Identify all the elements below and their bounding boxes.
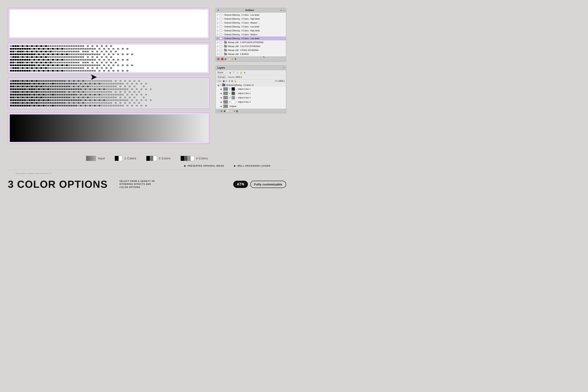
layer-eye-1[interactable] <box>220 92 222 94</box>
svg-rect-767 <box>87 67 89 69</box>
group-expand-arrow[interactable]: ▾ <box>220 84 222 86</box>
action-check-9: ✓ <box>217 49 219 51</box>
action-item-7[interactable]: ✓›Bitmap LAB · 2 DIFFUSION DITHERING <box>216 40 286 44</box>
adjustment-btn[interactable]: ◑ <box>224 110 226 112</box>
action-item-6[interactable]: ✓›Ordered Dithering · 4 Colors · Low det… <box>216 36 286 40</box>
svg-rect-631 <box>68 59 70 60</box>
svg-rect-455 <box>47 48 49 50</box>
svg-rect-555 <box>87 54 89 55</box>
svg-rect-1044 <box>45 91 47 93</box>
shape-filter-btn[interactable]: ◻ <box>236 71 239 74</box>
lock-image-btn[interactable]: ✏ <box>226 80 227 82</box>
svg-rect-1308 <box>52 105 54 106</box>
action-square-0 <box>220 14 222 16</box>
actions-collapse-btn[interactable]: ≪ <box>280 9 282 11</box>
group-eye-icon[interactable] <box>217 84 220 86</box>
fill-value[interactable]: 100% <box>278 80 284 82</box>
action-item-4[interactable]: ✓›Ordered Dithering · 4 Colors · High de… <box>216 28 286 32</box>
original-layer[interactable]: Original <box>216 104 286 108</box>
svg-rect-655 <box>22 62 24 63</box>
action-item-0[interactable]: ✓›Ordered Dithering · 2 Colors · Low det… <box>216 13 286 17</box>
lock-position-btn[interactable]: ✛ <box>228 80 230 82</box>
svg-rect-677 <box>73 62 75 63</box>
layer-group-header[interactable]: ▾ Ordered Dithering - 4 Colors ×4 <box>216 83 286 87</box>
svg-rect-1163 <box>80 97 82 98</box>
link-layers-btn[interactable]: 🔗 <box>217 110 220 112</box>
adjustment-filter-btn[interactable]: ◑ <box>228 71 232 74</box>
opacity-value[interactable]: 100% <box>236 76 240 78</box>
svg-rect-419 <box>52 45 54 47</box>
action-item-2[interactable]: ✓›Ordered Dithering · 3 Colors · Medium … <box>216 21 286 25</box>
svg-rect-1070 <box>106 91 108 93</box>
mask-btn[interactable]: ⬜ <box>226 110 229 112</box>
svg-rect-414 <box>40 45 42 47</box>
svg-rect-428 <box>73 45 75 47</box>
actions-title: Actions <box>246 9 254 12</box>
layers-kind-select[interactable]: Kind ▾ <box>217 71 224 74</box>
group-btn[interactable]: 📁 <box>230 110 233 112</box>
layer-item-0[interactable]: 🔗← Adjust Color 1 <box>216 87 286 91</box>
color-filter-btn[interactable]: ● <box>243 71 246 74</box>
svg-rect-668 <box>52 62 54 63</box>
svg-rect-1288 <box>134 102 136 104</box>
actions-close-btn[interactable]: ✕ <box>217 9 219 12</box>
layer-eye-2[interactable] <box>220 97 222 98</box>
pixel-filter-btn[interactable]: ⬜ <box>224 71 228 74</box>
action-item-8[interactable]: ✓›Bitmap LAB · 3 GLITCH DITHERING <box>216 44 286 48</box>
delete-layer-btn[interactable]: 🗑 <box>236 110 238 112</box>
actions-menu-btn[interactable]: ≡ <box>283 9 284 11</box>
lock-all-btn[interactable]: 🔒 <box>234 80 236 82</box>
svg-rect-987 <box>42 88 44 90</box>
layer-eye-0[interactable] <box>220 88 222 90</box>
action-item-10[interactable]: ✓›Bitmap LAB · 5 BONUS <box>216 52 286 56</box>
svg-rect-1001 <box>75 88 77 90</box>
layer-item-3[interactable]: 🔗← Adjust Color 4 <box>216 100 286 104</box>
original-eye-icon[interactable] <box>220 105 222 107</box>
stop-icon[interactable] <box>217 58 220 60</box>
layer-item-1[interactable]: 🔗← Adjust Color 2 <box>216 91 286 96</box>
folder-icon-7 <box>224 41 227 44</box>
svg-rect-849 <box>82 80 84 82</box>
svg-rect-910 <box>108 83 110 84</box>
svg-rect-512 <box>78 51 80 52</box>
fx-btn[interactable]: fx <box>221 110 222 112</box>
svg-rect-818 <box>10 80 12 82</box>
action-expand-2: › <box>223 22 224 24</box>
action-square-8 <box>220 45 222 48</box>
opacity-dropdown-arrow[interactable]: ▾ <box>241 76 242 78</box>
svg-rect-421 <box>57 45 58 47</box>
layer-eye-3[interactable] <box>220 101 222 103</box>
action-item-1[interactable]: ✓›Ordered Dithering · 3 Colors · High de… <box>216 17 286 21</box>
svg-rect-799 <box>70 70 72 72</box>
svg-rect-954 <box>84 86 86 87</box>
fill-dropdown-arrow[interactable]: ▾ <box>284 80 285 82</box>
svg-rect-426 <box>68 45 70 47</box>
svg-rect-1079 <box>10 94 12 96</box>
blend-mode-select[interactable]: Normal ▾ <box>217 76 226 78</box>
smartobj-filter-btn[interactable]: 🔒 <box>240 71 243 74</box>
action-item-9[interactable]: ✓›Bitmap LAB · 4 PIXEL DITHERING <box>216 48 286 52</box>
layer-item-2[interactable]: 🔗← Adjust Color 3 <box>216 96 286 100</box>
action-item-3[interactable]: ✓›Ordered Dithering · 3 Colors · Low det… <box>216 25 286 28</box>
layers-menu-btn[interactable]: ≡ <box>283 67 284 69</box>
folder-bottom-icon[interactable]: 📁 <box>228 58 231 60</box>
svg-rect-1277 <box>96 102 98 104</box>
svg-rect-607 <box>12 59 14 60</box>
svg-rect-945 <box>64 86 66 87</box>
lock-artboard-btn[interactable]: ⊞ <box>231 80 233 82</box>
svg-rect-960 <box>98 86 100 87</box>
action-item-5[interactable]: ✓›Ordered Dithering · 4 Colors · Medium … <box>216 32 286 36</box>
svg-rect-754 <box>54 67 56 69</box>
lock-transparent-btn[interactable]: ▦ <box>223 80 224 82</box>
svg-rect-572 <box>19 56 21 58</box>
new-action-icon[interactable]: + <box>232 58 233 60</box>
action-check-0: ✓ <box>217 14 219 16</box>
svg-rect-1051 <box>61 91 63 93</box>
record-icon[interactable] <box>221 58 224 60</box>
svg-rect-885 <box>50 83 52 84</box>
new-layer-btn[interactable]: + <box>234 110 235 112</box>
play-icon[interactable]: ▶ <box>225 58 226 60</box>
type-filter-btn[interactable]: T <box>232 71 235 74</box>
action-expand-7: › <box>223 41 224 43</box>
delete-icon[interactable]: 🗑 <box>234 58 237 60</box>
